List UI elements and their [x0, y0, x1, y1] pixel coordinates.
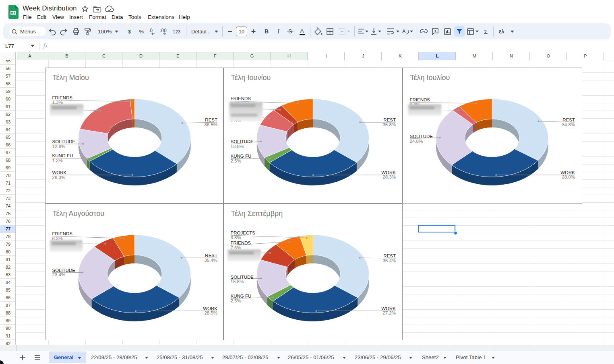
svg-text:KUNG FU: KUNG FU [52, 153, 73, 158]
svg-text:Τέλη Ιουνίου: Τέλη Ιουνίου [231, 74, 271, 82]
svg-text:REST: REST [205, 117, 217, 122]
svg-text:12.6%: 12.6% [52, 144, 65, 148]
svg-text:1.3%: 1.3% [52, 158, 62, 162]
svg-text:27.2%: 27.2% [382, 311, 396, 315]
svg-text:$: $ [128, 29, 131, 35]
svg-text:.0: .0 [149, 28, 153, 33]
svg-text:KUNG FU: KUNG FU [230, 294, 251, 298]
svg-text:Τέλη Μαΐου: Τέλη Μαΐου [52, 74, 89, 82]
svg-text:35.4%: 35.4% [382, 258, 396, 263]
svg-text:KUNG FU: KUNG FU [230, 154, 251, 158]
svg-text:1.3%: 1.3% [52, 100, 62, 105]
svg-text:2.5%: 2.5% [230, 158, 241, 163]
svg-text:WORK: WORK [560, 170, 575, 175]
svg-text:REST: REST [383, 253, 396, 258]
svg-text:FRIENDS: FRIENDS [52, 95, 72, 100]
svg-text:WORK: WORK [381, 306, 396, 311]
svg-text:WORK: WORK [381, 170, 396, 175]
svg-text:Defaul...: Defaul... [191, 29, 211, 35]
svg-text:ελ: ελ [499, 28, 504, 35]
svg-text:REST: REST [562, 117, 575, 122]
svg-text:FRIENDS: FRIENDS [409, 97, 430, 102]
svg-text:100%: 100% [98, 29, 112, 35]
svg-text:REST: REST [205, 253, 217, 258]
svg-text:3.8%: 3.8% [230, 235, 241, 240]
svg-text:PROJECTS: PROJECTS [230, 230, 255, 235]
svg-text:28.3%: 28.3% [52, 175, 65, 179]
svg-text:Σ: Σ [484, 28, 488, 35]
svg-text:Τέλη Ιουλίου: Τέλη Ιουλίου [410, 74, 450, 82]
svg-text:35.4%: 35.4% [204, 257, 217, 262]
svg-text:10: 10 [239, 29, 244, 35]
svg-text:FRIENDS: FRIENDS [52, 231, 72, 236]
svg-text:SOLITUDE: SOLITUDE [52, 267, 75, 272]
svg-text:A: A [402, 29, 406, 34]
svg-text:REST: REST [383, 117, 396, 122]
svg-text:.00: .00 [160, 28, 167, 33]
svg-text:SOLITUDE: SOLITUDE [230, 274, 254, 279]
svg-text:B: B [265, 28, 269, 35]
svg-text:28.3%: 28.3% [382, 175, 396, 179]
svg-text:13.8%: 13.8% [230, 144, 244, 148]
svg-text:123: 123 [173, 29, 180, 34]
svg-text:A: A [300, 28, 304, 34]
svg-text:28.0%: 28.0% [562, 175, 575, 179]
svg-text:2.5%: 2.5% [230, 298, 241, 303]
svg-text:SOLITUDE: SOLITUDE [52, 139, 75, 144]
svg-text:Τέλη Αυγούστου: Τέλη Αυγούστου [52, 210, 104, 218]
svg-text:Τέλη Σεπτέμβρη: Τέλη Σεπτέμβρη [231, 210, 283, 218]
svg-text:15.8%: 15.8% [230, 279, 244, 284]
svg-text:FRIENDS: FRIENDS [230, 241, 251, 245]
svg-text:%: % [139, 29, 144, 35]
svg-text:Menus: Menus [20, 29, 36, 35]
svg-text:35.8%: 35.8% [382, 122, 396, 127]
svg-text:WORK: WORK [52, 170, 66, 175]
svg-text:28.5%: 28.5% [204, 311, 217, 315]
svg-text:24.8%: 24.8% [409, 138, 423, 143]
svg-text:SOLITUDE: SOLITUDE [230, 139, 254, 144]
svg-text:34.8%: 34.8% [562, 122, 575, 127]
svg-text:SOLITUDE: SOLITUDE [409, 134, 433, 139]
svg-text:36.5%: 36.5% [204, 122, 217, 127]
svg-text:23.4%: 23.4% [52, 272, 65, 277]
svg-text:WORK: WORK [203, 306, 217, 311]
svg-text:FRIENDS: FRIENDS [230, 96, 251, 101]
